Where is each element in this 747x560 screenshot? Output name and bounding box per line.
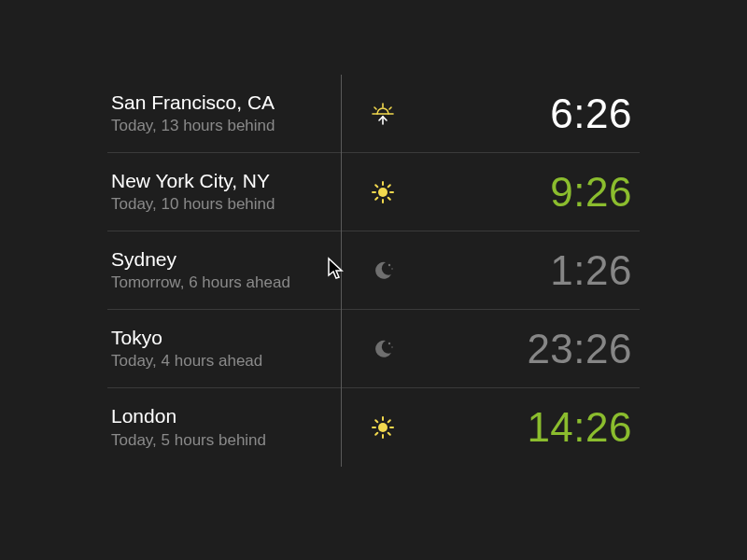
svg-line-13	[388, 185, 390, 187]
vertical-divider	[341, 75, 342, 467]
svg-line-23	[375, 420, 377, 422]
clock-time: 23:26	[527, 326, 632, 371]
time-offset: Today, 10 hours behind	[111, 193, 341, 216]
clock-time: 14:26	[527, 404, 632, 450]
svg-line-12	[375, 197, 377, 199]
sun-icon	[371, 415, 395, 440]
time-offset: Today, 4 hours ahead	[111, 350, 341, 372]
svg-point-15	[391, 268, 393, 270]
world-clock-widget: San Francisco, CA Today, 13 hours behind	[107, 75, 640, 467]
city-name: New York City, NY	[111, 168, 341, 193]
time-offset: Tomorrow, 6 hours ahead	[111, 272, 341, 294]
svg-line-25	[375, 433, 377, 435]
city-name: London	[111, 403, 341, 428]
city-name: San Francisco, CA	[111, 90, 341, 115]
clock-row[interactable]: Sydney Tomorrow, 6 hours ahead 1:26	[107, 231, 640, 310]
clock-row[interactable]: New York City, NY Today, 10 hours behind	[107, 153, 640, 231]
svg-line-10	[375, 185, 377, 187]
sunrise-icon	[371, 102, 395, 126]
time-offset: Today, 5 hours behind	[111, 429, 341, 452]
city-name: Sydney	[111, 246, 341, 272]
svg-line-26	[388, 420, 390, 422]
moon-icon	[372, 338, 394, 360]
clock-row[interactable]: London Today, 5 hours behind	[107, 388, 640, 467]
svg-point-5	[378, 188, 388, 197]
time-offset: Today, 13 hours behind	[111, 115, 341, 137]
svg-point-18	[378, 423, 388, 432]
city-name: Tokyo	[111, 325, 341, 350]
clock-row[interactable]: Tokyo Today, 4 hours ahead 23:26	[107, 310, 640, 388]
clock-row[interactable]: San Francisco, CA Today, 13 hours behind	[107, 75, 640, 153]
svg-point-14	[388, 263, 390, 265]
moon-icon	[372, 259, 394, 282]
svg-line-11	[388, 197, 390, 199]
sun-icon	[371, 180, 395, 204]
clock-time: 1:26	[550, 247, 632, 293]
clock-time: 9:26	[550, 169, 632, 215]
clock-time: 6:26	[550, 91, 632, 136]
svg-line-2	[374, 107, 376, 109]
svg-line-3	[389, 107, 391, 109]
svg-point-17	[391, 346, 393, 348]
svg-point-16	[388, 342, 390, 343]
svg-line-24	[388, 433, 390, 435]
